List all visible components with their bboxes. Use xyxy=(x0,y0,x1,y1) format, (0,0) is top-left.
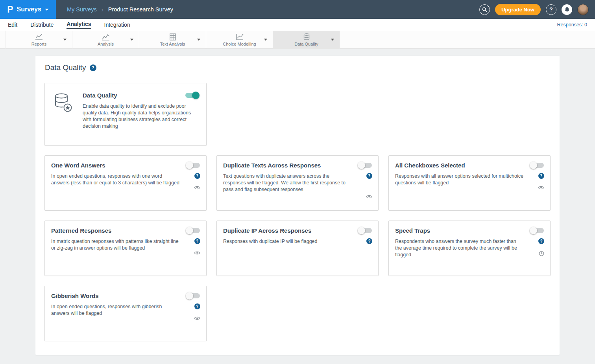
tab-text-analysis-label: Text Analysis xyxy=(160,42,185,46)
product-menu-label: Surveys xyxy=(17,6,41,13)
tab-analysis[interactable]: Analysis xyxy=(72,31,139,49)
help-icon[interactable]: ? xyxy=(538,173,544,179)
nav-item-integration[interactable]: Integration xyxy=(104,19,130,31)
chevron-down-icon[interactable] xyxy=(130,39,133,41)
chevron-down-icon xyxy=(45,9,49,11)
surveys-product-menu[interactable]: P Surveys xyxy=(0,0,56,19)
tab-choice-modelling[interactable]: Choice Modelling xyxy=(206,31,273,49)
tab-data-quality-label: Data Quality xyxy=(294,42,318,46)
card-title: Data Quality xyxy=(83,92,200,99)
responses-count[interactable]: Responses: 0 xyxy=(557,22,587,28)
nav-item-distribute[interactable]: Distribute xyxy=(30,19,54,31)
chevron-down-icon[interactable] xyxy=(197,39,200,41)
card-title: Duplicate IP Across Responses xyxy=(223,227,372,234)
card-icons: ? xyxy=(538,173,544,190)
page-content: Data Quality ? Data Quality Enable data … xyxy=(0,49,595,355)
card-title: Duplicate Texts Across Responses xyxy=(223,162,372,169)
data-quality-panel: Data Quality ? Data Quality Enable data … xyxy=(35,56,560,355)
master-card-body: Data Quality Enable data quality to iden… xyxy=(83,92,200,139)
questionpro-logo: P xyxy=(7,5,13,14)
clock-icon[interactable] xyxy=(539,251,544,256)
nav-items: Edit Distribute Analytics Integration xyxy=(8,19,130,31)
analytics-toolbar: Reports Analysis Text Analysis Choice Mo… xyxy=(0,31,595,49)
nav-item-analytics[interactable]: Analytics xyxy=(67,19,91,31)
tab-reports-label: Reports xyxy=(31,42,47,46)
toggle-knob xyxy=(358,162,365,169)
chevron-down-icon[interactable] xyxy=(264,39,267,41)
text-analysis-grid-icon xyxy=(169,33,177,41)
card-icons: ? xyxy=(538,238,544,256)
nav-item-edit[interactable]: Edit xyxy=(8,19,17,31)
tab-text-analysis[interactable]: Text Analysis xyxy=(139,31,206,49)
eye-icon[interactable] xyxy=(194,316,200,320)
tab-reports[interactable]: Reports xyxy=(6,31,72,49)
toggle-knob xyxy=(530,162,537,169)
reports-chart-icon xyxy=(35,33,43,41)
card-description: Responses with duplicate IP will be flag… xyxy=(223,238,372,245)
upgrade-now-button[interactable]: Upgrade Now xyxy=(495,4,541,15)
card-description: In open ended questions, responses with … xyxy=(51,173,200,186)
card-icons: ? xyxy=(366,173,372,199)
search-icon[interactable] xyxy=(479,4,490,15)
user-avatar[interactable] xyxy=(577,4,589,15)
speed-traps-toggle[interactable] xyxy=(531,228,544,233)
cards-area: Data Quality Enable data quality to iden… xyxy=(35,78,560,355)
nav-item-analytics-label: Analytics xyxy=(67,21,91,29)
eye-icon[interactable] xyxy=(538,186,544,190)
one-word-answers-toggle[interactable] xyxy=(187,163,200,168)
card-icons: ? xyxy=(194,173,200,190)
help-icon[interactable]: ? xyxy=(194,173,200,179)
card-icons: ? xyxy=(194,303,200,320)
card-patterned-responses: Patterned Responses In matrix question r… xyxy=(44,221,207,276)
nav-item-distribute-label: Distribute xyxy=(30,22,54,28)
data-quality-toggle[interactable] xyxy=(185,93,198,98)
toggle-knob xyxy=(358,227,365,234)
notifications-bell-icon[interactable] xyxy=(562,4,572,15)
help-icon[interactable]: ? xyxy=(538,238,544,244)
nav-item-integration-label: Integration xyxy=(104,22,130,28)
toggle-knob xyxy=(192,92,200,99)
help-icon[interactable]: ? xyxy=(366,173,372,179)
breadcrumb: My Surveys › Product Research Survey xyxy=(67,6,173,13)
data-quality-database-icon xyxy=(303,33,310,41)
topbar: P Surveys My Surveys › Product Research … xyxy=(0,0,595,19)
help-icon[interactable]: ? xyxy=(194,303,200,309)
eye-icon[interactable] xyxy=(194,251,200,255)
card-title: All Checkboxes Selected xyxy=(395,162,544,169)
card-duplicate-ip: Duplicate IP Across Responses Responses … xyxy=(216,221,379,276)
breadcrumb-current-survey: Product Research Survey xyxy=(108,6,173,13)
help-icon[interactable]: ? xyxy=(194,238,200,244)
breadcrumb-my-surveys[interactable]: My Surveys xyxy=(67,6,97,13)
rule-cards-grid: One Word Answers In open ended questions… xyxy=(44,155,551,341)
card-duplicate-texts: Duplicate Texts Across Responses Text qu… xyxy=(216,155,379,211)
tab-data-quality[interactable]: Data Quality xyxy=(273,31,340,49)
toggle-knob xyxy=(186,227,193,234)
duplicate-texts-toggle[interactable] xyxy=(359,163,372,168)
gibberish-words-toggle[interactable] xyxy=(187,293,200,298)
eye-icon[interactable] xyxy=(366,195,372,199)
card-description: Responses with all answer options select… xyxy=(395,173,544,186)
patterned-responses-toggle[interactable] xyxy=(187,228,200,233)
toggle-knob xyxy=(186,162,193,169)
all-checkboxes-toggle[interactable] xyxy=(531,163,544,168)
duplicate-ip-toggle[interactable] xyxy=(359,228,372,233)
nav-item-edit-label: Edit xyxy=(8,22,17,28)
card-title: Speed Traps xyxy=(395,227,544,234)
chevron-down-icon[interactable] xyxy=(331,39,334,41)
page-title: Data Quality xyxy=(45,63,86,72)
help-icon[interactable]: ? xyxy=(90,64,96,71)
data-quality-master-card: Data Quality Enable data quality to iden… xyxy=(44,83,207,146)
card-gibberish-words: Gibberish Words In open ended questions,… xyxy=(44,286,207,341)
card-all-checkboxes: All Checkboxes Selected Responses with a… xyxy=(388,155,551,211)
eye-icon[interactable] xyxy=(194,186,200,190)
card-icons: ? xyxy=(194,238,200,255)
help-icon[interactable]: ? xyxy=(366,238,372,244)
card-one-word-answers: One Word Answers In open ended questions… xyxy=(44,155,207,211)
toggle-knob xyxy=(530,227,537,234)
help-icon[interactable]: ? xyxy=(546,4,556,15)
card-description: Respondents who answers the survey much … xyxy=(395,238,544,258)
card-description: In matrix question responses with patter… xyxy=(51,238,200,252)
chevron-down-icon[interactable] xyxy=(63,39,67,41)
analysis-chart-icon xyxy=(102,33,110,41)
toggle-knob xyxy=(186,292,193,300)
